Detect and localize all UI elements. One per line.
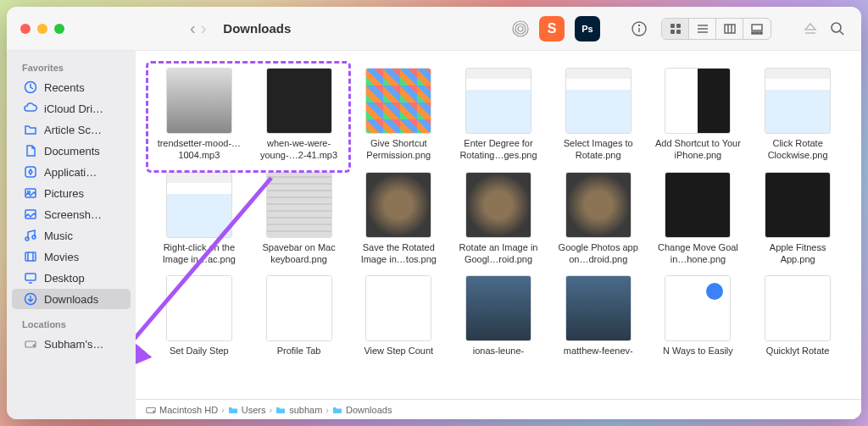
eject-icon[interactable] — [800, 19, 821, 39]
file-item[interactable]: Apple Fitness App.png — [751, 172, 844, 266]
list-view-button[interactable] — [689, 19, 716, 39]
icon-view-button[interactable] — [662, 19, 689, 39]
camera-icon — [24, 207, 37, 221]
file-item[interactable]: matthew-feenev- — [552, 275, 645, 357]
nav-arrows: ‹ › — [190, 19, 206, 38]
file-name: ionas-leune- — [473, 345, 525, 357]
file-thumbnail — [465, 172, 531, 238]
path-bar[interactable]: Macintosh HD›Users›subham›Downloads — [136, 399, 861, 419]
file-item[interactable]: Rotate an Image in Googl…roid.png — [452, 172, 545, 266]
file-item[interactable]: Give Shortcut Permission.png — [352, 68, 445, 162]
file-item[interactable]: Click Rotate Clockwise.png — [751, 68, 844, 162]
download-icon — [24, 292, 37, 306]
cloud-icon — [24, 102, 37, 115]
file-item[interactable]: when-we-were-young-…2-41.mp3 — [253, 68, 346, 162]
file-item[interactable]: Save the Rotated Image in…tos.png — [352, 172, 445, 266]
file-name: trendsetter-mood-…1004.mp3 — [153, 137, 246, 162]
file-name: Rotate an Image in Googl…roid.png — [452, 241, 545, 266]
sidebar-item-label: Movies — [44, 251, 79, 263]
music-icon — [24, 229, 37, 242]
gallery-view-button[interactable] — [743, 19, 771, 39]
file-thumbnail — [665, 275, 731, 341]
sidebar-item-label: Subham's… — [44, 338, 103, 351]
folder-icon — [228, 405, 238, 415]
app-icon-s[interactable]: S — [539, 16, 565, 41]
file-item[interactable]: Google Photos app on…droid.png — [552, 172, 645, 266]
path-segment[interactable]: Downloads — [346, 405, 392, 415]
file-item[interactable]: ionas-leune- — [452, 275, 545, 357]
file-name: Click Rotate Clockwise.png — [751, 137, 844, 162]
sidebar-item-iclouddri[interactable]: iCloud Dri… — [12, 98, 131, 119]
file-name: Google Photos app on…droid.png — [552, 241, 645, 266]
column-view-button[interactable] — [716, 19, 743, 39]
file-thumbnail — [765, 275, 831, 341]
file-thumbnail — [665, 68, 731, 134]
file-item[interactable]: View Step Count — [352, 275, 445, 357]
forward-button[interactable]: › — [201, 19, 207, 38]
file-item[interactable]: Profile Tab — [253, 275, 346, 357]
sidebar-item-pictures[interactable]: Pictures — [12, 183, 131, 203]
file-item[interactable]: Select Images to Rotate.png — [552, 68, 645, 162]
back-button[interactable]: ‹ — [190, 19, 196, 38]
file-thumbnail — [765, 68, 831, 134]
sidebar-item-screensh[interactable]: Screensh… — [12, 204, 131, 224]
sidebar-item-documents[interactable]: Documents — [12, 141, 131, 161]
file-name: Spavebar on Mac keyboard.png — [253, 241, 346, 266]
drive-icon — [146, 405, 156, 415]
svg-point-29 — [32, 235, 36, 239]
file-thumbnail — [565, 275, 632, 341]
file-thumbnail — [365, 275, 431, 341]
svg-point-28 — [25, 237, 29, 241]
sidebar-item-desktop[interactable]: Desktop — [12, 268, 131, 288]
sidebar-location-item[interactable]: Subham's… — [12, 334, 131, 354]
svg-rect-9 — [676, 30, 681, 34]
svg-rect-33 — [25, 274, 36, 280]
file-thumbnail — [365, 172, 431, 238]
info-icon[interactable] — [629, 19, 649, 39]
doc-icon — [24, 144, 37, 158]
path-segment[interactable]: Users — [242, 405, 266, 415]
minimize-button[interactable] — [37, 24, 47, 34]
svg-point-40 — [153, 411, 154, 412]
sidebar-item-music[interactable]: Music — [12, 225, 131, 246]
file-item[interactable]: Spavebar on Mac keyboard.png — [253, 172, 346, 266]
toolbar: ‹ › Downloads S Ps — [7, 7, 861, 51]
close-button[interactable] — [20, 24, 31, 34]
sidebar-item-articlesc[interactable]: Article Sc… — [12, 119, 131, 140]
file-grid[interactable]: trendsetter-mood-…1004.mp3when-we-were-y… — [136, 51, 861, 399]
svg-point-0 — [518, 26, 523, 31]
file-item[interactable]: Right-click on the Image in…ac.png — [153, 172, 246, 266]
desktop-icon — [24, 271, 37, 285]
folder-icon — [275, 405, 286, 415]
airdrop-icon[interactable] — [510, 19, 531, 39]
file-item[interactable]: Enter Degree for Rotating…ges.png — [452, 68, 545, 162]
sidebar-item-movies[interactable]: Movies — [12, 246, 131, 267]
file-item[interactable]: Add Shortcut to Your iPhone.png — [652, 68, 745, 162]
content-area: trendsetter-mood-…1004.mp3when-we-were-y… — [136, 51, 861, 419]
sidebar-item-applicati[interactable]: Applicati… — [12, 162, 131, 182]
svg-rect-13 — [725, 25, 735, 33]
file-item[interactable]: Quicklyt Rotate — [751, 275, 844, 357]
sidebar-item-label: Desktop — [44, 272, 85, 285]
sidebar-item-label: Pictures — [44, 187, 84, 200]
maximize-button[interactable] — [54, 24, 64, 34]
sidebar-item-label: Article Sc… — [44, 124, 102, 136]
file-name: when-we-were-young-…2-41.mp3 — [253, 137, 346, 162]
file-item[interactable]: Set Daily Step — [153, 275, 246, 357]
app-icon-photoshop[interactable]: Ps — [575, 16, 600, 41]
file-item[interactable]: N Ways to Easily — [652, 275, 745, 357]
path-segment[interactable]: subham — [289, 405, 322, 415]
file-thumbnail — [565, 172, 632, 238]
svg-rect-17 — [752, 32, 754, 34]
file-item[interactable]: trendsetter-mood-…1004.mp3 — [153, 68, 246, 162]
sidebar-item-downloads[interactable]: Downloads — [12, 289, 131, 309]
file-name: View Step Count — [364, 345, 433, 357]
file-thumbnail — [266, 275, 332, 341]
file-item[interactable]: Change Move Goal in…hone.png — [652, 172, 745, 266]
path-segment[interactable]: Macintosh HD — [159, 405, 218, 415]
photo-icon — [24, 186, 37, 200]
window-title: Downloads — [223, 21, 291, 36]
svg-point-21 — [832, 23, 841, 32]
search-icon[interactable] — [827, 19, 848, 39]
sidebar-item-recents[interactable]: Recents — [12, 77, 131, 97]
